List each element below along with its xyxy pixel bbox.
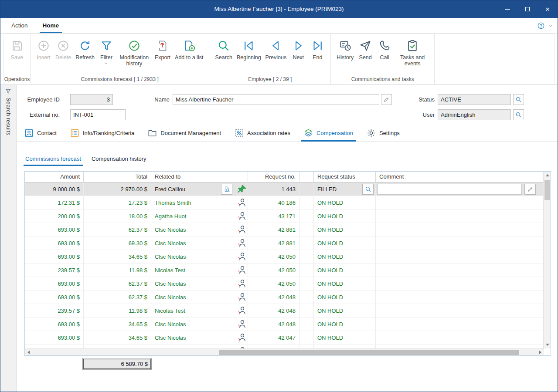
cell-amount: 172.31 $ bbox=[25, 196, 84, 209]
grid-row[interactable]: 693.00 $62.37 $Clsc Nicolas42 048ON HOLD bbox=[25, 291, 543, 304]
person-icon bbox=[237, 224, 247, 235]
ribbon-button-insert[interactable]: Insert bbox=[34, 37, 53, 62]
ribbon-button-search[interactable]: Search bbox=[213, 37, 235, 62]
name-label: Name bbox=[148, 96, 170, 103]
col-amount[interactable]: Amount bbox=[25, 172, 84, 182]
col-request-status[interactable]: Request status bbox=[314, 172, 376, 182]
cell-amount: 693.00 $ bbox=[25, 291, 84, 304]
employee-id-field[interactable] bbox=[70, 94, 113, 105]
cell-request-no: 42 881 bbox=[248, 223, 299, 236]
ribbon-button-end[interactable]: End bbox=[308, 37, 327, 62]
grid-row[interactable]: 693.00 $34.65 $Clsc Nicolas42 047ON HOLD bbox=[25, 331, 543, 345]
ribbon-tab-home[interactable]: Home bbox=[35, 18, 67, 33]
col-related-to[interactable]: Related to bbox=[151, 172, 248, 182]
percent-icon bbox=[234, 128, 244, 138]
sidebar-search-results[interactable]: Search results bbox=[0, 85, 17, 392]
user-lookup-button[interactable] bbox=[513, 109, 524, 120]
cell-total: 34.65 $ bbox=[84, 250, 151, 263]
ribbon-button-refresh[interactable]: Refresh bbox=[73, 37, 97, 62]
cell-amount: 693.00 $ bbox=[25, 318, 84, 331]
tab-info-ranking-criteria[interactable]: Info/Ranking/Criteria bbox=[68, 125, 136, 141]
subtab-compensation-history[interactable]: Compensation history bbox=[90, 153, 148, 166]
list-icon bbox=[70, 128, 80, 138]
name-field[interactable] bbox=[173, 94, 379, 105]
call-icon bbox=[378, 39, 391, 53]
chevron-down-icon[interactable] bbox=[548, 23, 553, 29]
ribbon-button-filter[interactable]: Filter bbox=[97, 37, 116, 67]
ribbon-button-history[interactable]: History bbox=[334, 37, 356, 62]
ribbon-button-delete[interactable]: Delete bbox=[53, 37, 73, 62]
status-field[interactable] bbox=[438, 94, 511, 105]
subtab-commissions-forecast[interactable]: Commissions forecast bbox=[24, 153, 83, 166]
scroll-right-button[interactable] bbox=[537, 349, 544, 356]
comment-input[interactable] bbox=[378, 184, 522, 195]
external-no-field[interactable] bbox=[70, 109, 126, 120]
cell-request-no: 43 171 bbox=[248, 210, 299, 223]
tab-settings[interactable]: Settings bbox=[364, 125, 401, 141]
funnel-icon bbox=[5, 88, 12, 95]
cell-comment bbox=[376, 237, 543, 250]
close-button[interactable]: ✕ bbox=[538, 0, 558, 18]
ribbon-button-send[interactable]: Send bbox=[356, 37, 375, 62]
col-request-no[interactable]: Request no. bbox=[248, 172, 299, 182]
status-search-button[interactable] bbox=[362, 184, 374, 195]
cell-comment bbox=[376, 345, 543, 348]
ribbon-button-modification-history[interactable]: Modification history bbox=[116, 37, 153, 68]
scroll-left-button[interactable] bbox=[25, 349, 32, 356]
grid-row[interactable]: 693.00 $62.37 $Clsc Nicolas42 047ON HOLD bbox=[25, 345, 543, 348]
scroll-down-button[interactable] bbox=[544, 341, 551, 348]
grid-row[interactable]: 693.00 $34.65 $Clsc Nicolas42 050ON HOLD bbox=[25, 250, 543, 264]
status-lookup-button[interactable] bbox=[513, 94, 524, 105]
minimize-button[interactable] bbox=[497, 0, 517, 18]
cell-request-no: 42 050 bbox=[248, 264, 299, 277]
scroll-up-button[interactable] bbox=[544, 172, 551, 179]
grid-row[interactable]: 172.31 $17.23 $Thomas Smith40 186ON HOLD bbox=[25, 196, 543, 210]
ribbon-button-next[interactable]: Next bbox=[289, 37, 308, 62]
ribbon-button-call[interactable]: Call bbox=[375, 37, 394, 62]
tab-document-management[interactable]: Document Management bbox=[146, 125, 223, 141]
grid-row[interactable]: 693.00 $62.37 $Clsc Nicolas42 050ON HOLD bbox=[25, 277, 543, 291]
help-icon[interactable] bbox=[537, 22, 545, 30]
tab-compensation[interactable]: Compensation bbox=[302, 125, 355, 141]
ribbon-tab-row: Action Home bbox=[0, 18, 558, 34]
vertical-scrollbar[interactable] bbox=[543, 172, 551, 348]
grid-row[interactable]: 693.00 $34.65 $Clsc Nicolas42 048ON HOLD bbox=[25, 318, 543, 331]
cell-request-status: ON HOLD bbox=[314, 304, 376, 317]
ribbon-tab-action[interactable]: Action bbox=[4, 18, 35, 33]
maximize-button[interactable] bbox=[517, 0, 538, 18]
person-icon bbox=[237, 238, 247, 248]
horizontal-scrollbar[interactable] bbox=[25, 348, 544, 355]
grid-row[interactable]: 200.00 $18.00 $Agatha Huot43 171ON HOLD bbox=[25, 210, 543, 223]
ribbon-button-tasks-and-events[interactable]: Tasks and events bbox=[394, 37, 431, 68]
grid-row[interactable]: 239.57 $11.98 $Nicolas Test42 048ON HOLD bbox=[25, 304, 543, 318]
col-comment[interactable]: Comment bbox=[376, 172, 543, 182]
grid-row[interactable]: 693.00 $62.37 $Clsc Nicolas42 881ON HOLD bbox=[25, 223, 543, 237]
cell-request-status: FILLED bbox=[314, 182, 376, 196]
col-total[interactable]: Total bbox=[84, 172, 151, 182]
grid-row[interactable]: 239.57 $11.98 $Nicolas Test42 050ON HOLD bbox=[25, 264, 543, 277]
cell-related-to: Agatha Huot bbox=[151, 210, 248, 223]
ribbon-button-save[interactable]: Save bbox=[7, 37, 27, 62]
name-edit-button[interactable] bbox=[381, 94, 392, 105]
cell-spacer bbox=[299, 237, 314, 250]
ribbon-button-previous[interactable]: Previous bbox=[263, 37, 289, 62]
vertical-scroll-thumb[interactable] bbox=[544, 180, 550, 200]
tab-association-rates[interactable]: Association rates bbox=[232, 125, 292, 141]
grid-row[interactable]: 693.00 $69.30 $Clsc Nicolas42 881ON HOLD bbox=[25, 237, 543, 250]
ribbon-button-add-to-a-list[interactable]: Add to a list bbox=[173, 37, 205, 62]
tab-contact[interactable]: Contact bbox=[22, 125, 58, 141]
comment-edit-button[interactable] bbox=[524, 184, 536, 195]
grid-row[interactable]: 9 000.00 $2 970.00 $Fred Caillou1 443FIL… bbox=[25, 182, 543, 196]
cell-spacer bbox=[299, 331, 314, 344]
open-related-button[interactable] bbox=[221, 184, 232, 195]
cell-total: 34.65 $ bbox=[84, 318, 151, 331]
cell-request-status: ON HOLD bbox=[314, 223, 376, 236]
tasks-and-events-icon bbox=[405, 39, 419, 53]
ribbon-button-beginning[interactable]: Beginning bbox=[235, 37, 263, 62]
ribbon-button-export[interactable]: Export bbox=[153, 37, 173, 62]
minimize-icon bbox=[505, 9, 510, 10]
person-icon bbox=[237, 292, 247, 302]
horizontal-scroll-thumb[interactable] bbox=[219, 350, 519, 355]
search-icon bbox=[515, 96, 522, 103]
user-field[interactable] bbox=[438, 109, 511, 120]
